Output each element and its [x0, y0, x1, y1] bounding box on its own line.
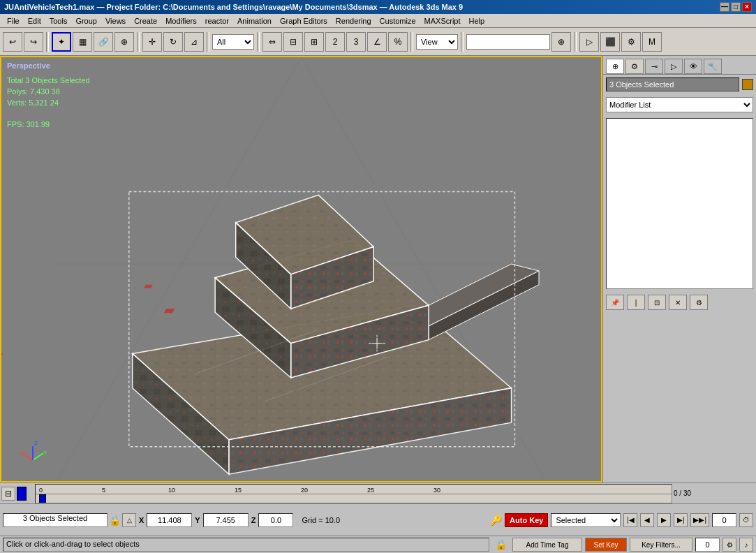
- panel-tab-utilities[interactable]: 🔧: [704, 59, 722, 74]
- time-config-button[interactable]: ⏱: [739, 513, 753, 527]
- render-type-button[interactable]: ▷: [579, 32, 599, 52]
- panel-tab-hierarchy[interactable]: ⊸: [645, 59, 663, 74]
- selection-filter-select[interactable]: All Geometry Shapes: [212, 34, 254, 50]
- menu-edit[interactable]: Edit: [24, 15, 45, 27]
- menu-file[interactable]: File: [3, 15, 24, 27]
- close-button[interactable]: ×: [742, 2, 752, 12]
- modifier-list-select[interactable]: Modifier List: [606, 97, 753, 112]
- selection-color-swatch[interactable]: [742, 79, 753, 90]
- menu-bar: File Edit Tools Group Views Create Modif…: [0, 14, 756, 28]
- snap-2d-button[interactable]: 2: [325, 32, 345, 52]
- menu-maxscript[interactable]: MAXScript: [420, 15, 465, 27]
- align-button[interactable]: ⊟: [283, 32, 303, 52]
- array-button[interactable]: ⊞: [304, 32, 324, 52]
- named-selection-input[interactable]: [466, 34, 550, 50]
- y-label: Y: [195, 516, 200, 524]
- svg-rect-31: [1, 353, 3, 359]
- menu-views[interactable]: Views: [101, 15, 130, 27]
- x-input[interactable]: [147, 513, 192, 527]
- playback-config-button[interactable]: ⚙: [722, 538, 736, 552]
- panel-bottom-buttons: 📌 | ⊡ ✕ ⚙: [603, 292, 756, 313]
- minimize-button[interactable]: —: [720, 2, 729, 12]
- tick-30: 30: [433, 487, 440, 494]
- render-settings-button[interactable]: ⚙: [621, 32, 641, 52]
- go-to-start-button[interactable]: |◀: [623, 513, 637, 527]
- y-input[interactable]: [203, 513, 249, 527]
- select-object-button[interactable]: ✦: [52, 32, 71, 52]
- go-to-end-button[interactable]: ▶▶|: [690, 513, 709, 527]
- modifier-list-row: Modifier List: [603, 94, 756, 115]
- lock-selection-icon[interactable]: 🔒: [495, 539, 507, 550]
- main-area: Perspective Total 3 Objects Selected Pol…: [0, 56, 756, 482]
- prev-frame-button[interactable]: ◀: [640, 513, 654, 527]
- select-filter-button[interactable]: ⊕: [114, 32, 134, 52]
- selected-dropdown[interactable]: Selected: [551, 513, 621, 527]
- add-time-tag-button[interactable]: Add Time Tag: [512, 538, 582, 552]
- angle-snap-button[interactable]: ∠: [367, 32, 387, 52]
- absolute-mode-button[interactable]: △: [122, 513, 136, 527]
- menu-reactor[interactable]: reactor: [201, 15, 233, 27]
- menu-modifiers[interactable]: Modifiers: [161, 15, 201, 27]
- sound-button[interactable]: ♪: [739, 538, 753, 552]
- play-button[interactable]: ▶: [657, 513, 671, 527]
- timeline-config-button[interactable]: ⊟: [1, 487, 15, 501]
- frame-number-input[interactable]: [695, 538, 720, 552]
- menu-group[interactable]: Group: [71, 15, 101, 27]
- time-slider[interactable]: [39, 494, 46, 503]
- timeline-left: ⊟: [0, 485, 35, 502]
- panel-tab-create[interactable]: ⊕: [606, 59, 624, 74]
- set-key-button[interactable]: Set Key: [585, 538, 627, 552]
- pin-stack-button[interactable]: 📌: [606, 295, 624, 310]
- panel-tab-display[interactable]: 👁: [684, 59, 702, 74]
- menu-graph-editors[interactable]: Graph Editors: [276, 15, 332, 27]
- selection-name-box[interactable]: 3 Objects Selected: [606, 78, 739, 91]
- menu-animation[interactable]: Animation: [233, 15, 276, 27]
- menu-rendering[interactable]: Rendering: [332, 15, 376, 27]
- undo-button[interactable]: ↩: [3, 32, 22, 52]
- show-end-result-button[interactable]: |: [627, 295, 645, 310]
- z-input[interactable]: [258, 513, 293, 527]
- select-region-button[interactable]: ▦: [73, 32, 92, 52]
- toolbar-separator-7: [574, 32, 577, 52]
- configure-button[interactable]: ⚙: [690, 295, 708, 310]
- tick-10: 10: [168, 487, 175, 494]
- remove-modifier-button[interactable]: ✕: [669, 295, 687, 310]
- select-scale-button[interactable]: ⊿: [184, 32, 204, 52]
- timeline-playhead-indicator: [17, 487, 27, 501]
- next-frame-button[interactable]: ▶|: [674, 513, 688, 527]
- status-bar: 3 Objects Selected 🔒 △ X Y Z Grid = 10.0…: [0, 503, 756, 536]
- menu-tools[interactable]: Tools: [45, 15, 72, 27]
- key-filters-button[interactable]: Key Filters...: [630, 538, 692, 552]
- maximize-button[interactable]: □: [731, 2, 741, 12]
- menu-create[interactable]: Create: [130, 15, 161, 27]
- named-select-button[interactable]: ⊕: [551, 32, 571, 52]
- mirror-button[interactable]: ⇔: [262, 32, 282, 52]
- panel-tab-motion[interactable]: ▷: [665, 59, 683, 74]
- lock-icon[interactable]: 🔒: [109, 515, 121, 526]
- timeline-scroll[interactable]: 0 5 10 15 20 25 30: [35, 484, 672, 503]
- menu-help[interactable]: Help: [465, 15, 489, 27]
- current-frame-input[interactable]: [712, 513, 736, 527]
- select-rotate-button[interactable]: ↻: [163, 32, 183, 52]
- viewport-label: Perspective: [7, 61, 50, 70]
- percent-snap-button[interactable]: %: [388, 32, 408, 52]
- svg-text:Y: Y: [43, 450, 47, 456]
- snap-3d-button[interactable]: 3: [346, 32, 366, 52]
- right-panel: ⊕ ⚙ ⊸ ▷ 👁 🔧 3 Objects Selected Modifier …: [602, 56, 756, 482]
- modifier-stack[interactable]: [606, 118, 753, 289]
- select-move-button[interactable]: ✛: [142, 32, 162, 52]
- make-unique-button[interactable]: ⊡: [648, 295, 666, 310]
- toolbar-separator-3: [207, 32, 209, 52]
- menu-customize[interactable]: Customize: [376, 15, 420, 27]
- tick-15: 15: [235, 487, 242, 494]
- view-mode-select[interactable]: View World Local: [416, 34, 458, 50]
- z-label: Z: [251, 516, 256, 524]
- auto-key-button[interactable]: Auto Key: [505, 513, 548, 527]
- material-editor-button[interactable]: M: [642, 32, 662, 52]
- viewport[interactable]: Perspective Total 3 Objects Selected Pol…: [0, 56, 602, 482]
- quick-render-button[interactable]: ⬛: [600, 32, 620, 52]
- panel-tab-modify[interactable]: ⚙: [625, 59, 644, 74]
- title-bar-controls[interactable]: — □ ×: [720, 2, 752, 12]
- redo-button[interactable]: ↪: [24, 32, 43, 52]
- select-link-button[interactable]: 🔗: [94, 32, 113, 52]
